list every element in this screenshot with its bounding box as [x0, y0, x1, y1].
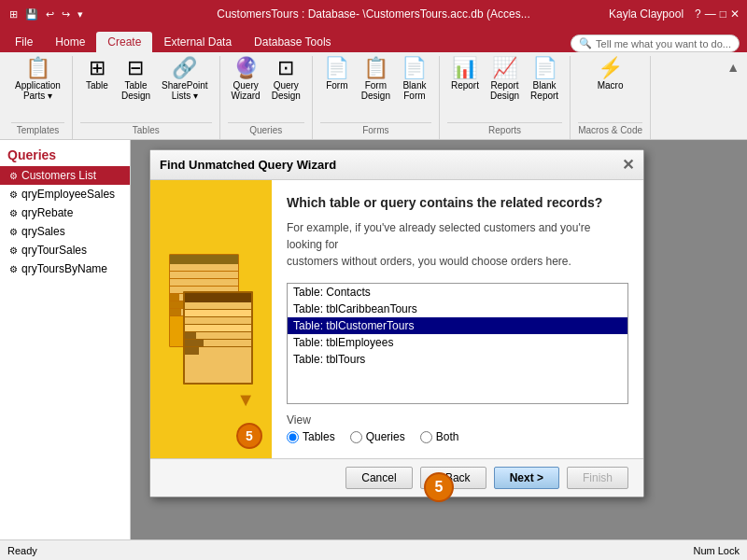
- blank-form-btn[interactable]: 📄 BlankForm: [398, 56, 431, 103]
- bottom-step-badge-container: 5: [424, 472, 454, 502]
- help-btn[interactable]: ?: [695, 7, 701, 21]
- customize-quick-btn[interactable]: ▾: [76, 7, 85, 22]
- status-bar: Ready Num Lock: [0, 539, 747, 560]
- table-list-item-tours[interactable]: Table: tblTours: [288, 351, 627, 368]
- tab-create[interactable]: Create: [96, 32, 152, 52]
- tell-me-text: Tell me what you want to do...: [596, 38, 731, 49]
- report-design-btn[interactable]: 📈 ReportDesign: [486, 56, 523, 103]
- sidebar-item-customers-list[interactable]: ⚙ Customers List: [0, 166, 130, 185]
- report-btn[interactable]: 📊 Report: [447, 56, 483, 92]
- form-icon: 📄: [324, 58, 349, 78]
- ribbon-group-reports: 📊 Report 📈 ReportDesign 📄 BlankReport Re…: [440, 56, 571, 139]
- ribbon-collapse-btn[interactable]: ▲: [726, 60, 740, 75]
- ribbon-group-queries: 🔮 QueryWizard ⊡ QueryDesign Queries: [220, 56, 313, 139]
- blank-form-icon: 📄: [402, 58, 427, 78]
- radio-both-label: Both: [436, 430, 459, 443]
- view-radio-group: Tables Queries Both: [287, 430, 628, 443]
- ribbon-group-tables: ⊞ Table ⊟ TableDesign 🔗 SharePointLists …: [73, 56, 220, 139]
- radio-both-input[interactable]: [420, 431, 432, 443]
- query-wizard-btn[interactable]: 🔮 QueryWizard: [228, 56, 264, 103]
- query-icon-2: ⚙: [9, 189, 18, 200]
- ribbon-group-macros: ⚡ Macro Macros & Code: [571, 56, 651, 139]
- table-btn[interactable]: ⊞ Table: [80, 56, 114, 92]
- sidebar-item-qryrebate-label: qryRebate: [21, 206, 73, 219]
- macros-items: ⚡ Macro: [594, 56, 627, 122]
- radio-queries-input[interactable]: [350, 431, 362, 443]
- view-label: View: [287, 413, 628, 427]
- tab-database-tools[interactable]: Database Tools: [243, 32, 343, 52]
- app-icon: ⊞: [7, 7, 20, 22]
- find-unmatched-dialog: Find Unmatched Query Wizard ✕: [149, 149, 644, 497]
- application-parts-icon: 📋: [25, 58, 50, 78]
- close-btn[interactable]: ✕: [730, 7, 740, 21]
- table-list-item-customertours[interactable]: Table: tblCustomerTours: [288, 317, 627, 334]
- maximize-btn[interactable]: □: [720, 7, 726, 21]
- table-list-item-contacts[interactable]: Table: Contacts: [288, 284, 627, 301]
- macro-btn[interactable]: ⚡ Macro: [594, 56, 627, 92]
- sidebar-title: Queries: [0, 144, 130, 166]
- templates-items: 📋 ApplicationParts ▾: [11, 56, 64, 122]
- radio-queries[interactable]: Queries: [350, 430, 405, 443]
- report-design-icon: 📈: [492, 58, 517, 78]
- macros-group-label: Macros & Code: [578, 122, 642, 139]
- sidebar-item-qrytoursales[interactable]: ⚙ qryTourSales: [0, 241, 130, 259]
- tab-external-data[interactable]: External Data: [152, 32, 243, 52]
- redo-quick-btn[interactable]: ↪: [60, 7, 72, 22]
- window-title: CustomersTours : Database- \CustomersTou…: [217, 7, 529, 21]
- tab-home[interactable]: Home: [44, 32, 96, 52]
- view-section: View Tables Queries: [287, 413, 628, 443]
- sidebar-item-qryemployeesales[interactable]: ⚙ qryEmployeeSales: [0, 185, 130, 203]
- dialog-title: Find Unmatched Query Wizard: [160, 158, 336, 172]
- sidebar-item-customers-list-label: Customers List: [21, 169, 96, 182]
- radio-tables[interactable]: Tables: [287, 430, 335, 443]
- ribbon-group-templates: 📋 ApplicationParts ▾ Templates: [4, 56, 73, 139]
- tell-me-input[interactable]: 🔍 Tell me what you want to do...: [571, 35, 740, 52]
- queries-group-label: Queries: [228, 122, 304, 139]
- query-icon-5: ⚙: [9, 245, 18, 256]
- bottom-step-badge: 5: [424, 472, 454, 502]
- sidebar-item-qryemployeesales-label: qryEmployeeSales: [21, 188, 115, 201]
- blank-report-icon: 📄: [532, 58, 557, 78]
- minimize-btn[interactable]: —: [705, 7, 716, 21]
- application-parts-btn[interactable]: 📋 ApplicationParts ▾: [11, 56, 64, 103]
- tab-file[interactable]: File: [4, 32, 44, 52]
- sidebar-item-qryrebate[interactable]: ⚙ qryRebate: [0, 203, 130, 222]
- description-line1: For example, if you've already selected …: [287, 221, 590, 251]
- sidebar-item-qrysales[interactable]: ⚙ qrySales: [0, 222, 130, 241]
- radio-tables-input[interactable]: [287, 431, 299, 443]
- sidebar-item-qrytoursbyname[interactable]: ⚙ qryToursByName: [0, 259, 130, 278]
- cancel-button[interactable]: Cancel: [345, 467, 412, 489]
- query-icon-4: ⚙: [9, 227, 18, 237]
- form-btn[interactable]: 📄 Form: [320, 56, 354, 92]
- radio-both[interactable]: Both: [420, 430, 459, 443]
- table-design-btn[interactable]: ⊟ TableDesign: [118, 56, 154, 103]
- table-icon: ⊞: [89, 58, 106, 78]
- query-design-btn[interactable]: ⊡ QueryDesign: [268, 56, 304, 103]
- table-list-item-caribbeantours[interactable]: Table: tblCaribbeanTours: [288, 301, 627, 317]
- blank-report-btn[interactable]: 📄 BlankReport: [527, 56, 562, 103]
- form-design-btn[interactable]: 📋 FormDesign: [358, 56, 394, 103]
- query-icon: ⚙: [9, 171, 18, 181]
- sharepoint-icon: 🔗: [172, 58, 197, 78]
- finish-button[interactable]: Finish: [567, 467, 628, 489]
- tables-items: ⊞ Table ⊟ TableDesign 🔗 SharePointLists …: [80, 56, 212, 122]
- ribbon-group-forms: 📄 Form 📋 FormDesign 📄 BlankForm Forms: [313, 56, 440, 139]
- main-area: Queries ⚙ Customers List ⚙ qryEmployeeSa…: [0, 140, 747, 539]
- description-line2: customers without orders, you would choo…: [287, 255, 571, 268]
- dialog-illustration: ▼ 5: [150, 180, 272, 458]
- undo-quick-btn[interactable]: ↩: [44, 7, 56, 22]
- report-icon: 📊: [452, 58, 477, 78]
- forms-group-label: Forms: [320, 122, 431, 139]
- ribbon-tabs: File Home Create External Data Database …: [0, 28, 747, 52]
- save-quick-btn[interactable]: 💾: [23, 7, 40, 22]
- next-button[interactable]: Next >: [494, 467, 559, 489]
- forms-items: 📄 Form 📋 FormDesign 📄 BlankForm: [320, 56, 431, 122]
- search-icon: 🔍: [579, 37, 592, 49]
- sharepoint-lists-btn[interactable]: 🔗 SharePointLists ▾: [158, 56, 211, 103]
- query-wizard-icon: 🔮: [233, 58, 259, 78]
- table-list[interactable]: Table: Contacts Table: tblCaribbeanTours…: [287, 283, 628, 404]
- table-list-item-employees[interactable]: Table: tblEmployees: [288, 334, 627, 351]
- step-number: 5: [246, 428, 253, 443]
- bottom-step-number: 5: [435, 479, 444, 496]
- dialog-close-btn[interactable]: ✕: [622, 156, 634, 174]
